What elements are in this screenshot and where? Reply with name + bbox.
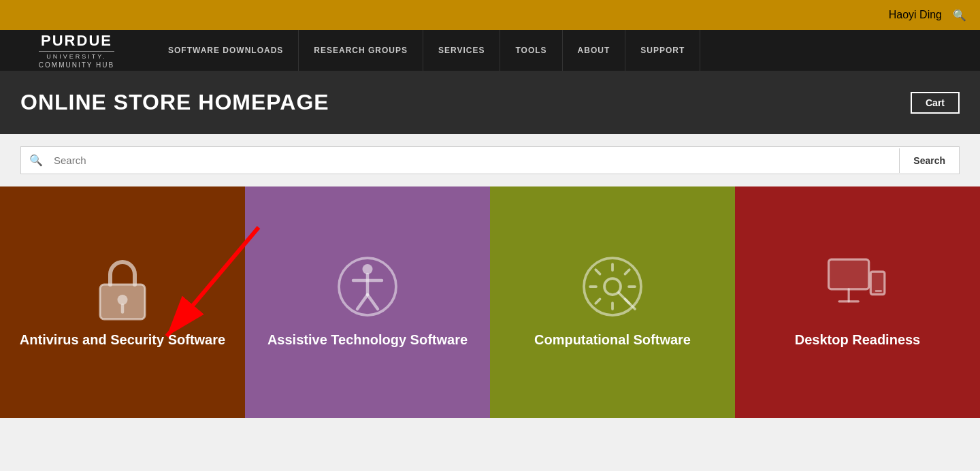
card-desktop[interactable]: Desktop Readiness xyxy=(735,186,980,418)
cart-button[interactable]: Cart xyxy=(911,92,960,114)
desktop-icon xyxy=(827,256,888,317)
card-label-antivirus: Antivirus and Security Software xyxy=(20,331,225,348)
main-nav: SOFTWARE DOWNLOADSRESEARCH GROUPSSERVICE… xyxy=(153,30,980,71)
nav-item-software-downloads[interactable]: SOFTWARE DOWNLOADS xyxy=(153,30,299,71)
page-title-area: ONLINE STORE HOMEPAGE Cart xyxy=(0,71,980,134)
search-icon-top[interactable]: 🔍 xyxy=(953,9,966,22)
card-computational[interactable]: Computational Software xyxy=(490,186,735,418)
nav-item-support[interactable]: SUPPORT xyxy=(625,30,700,71)
card-label-desktop: Desktop Readiness xyxy=(795,331,921,348)
search-area: 🔍 Search xyxy=(0,134,980,186)
logo-university: UNIVERSITY. xyxy=(39,53,114,60)
page-title: ONLINE STORE HOMEPAGE xyxy=(20,90,329,115)
card-assistive[interactable]: Assistive Technology Software xyxy=(245,186,490,418)
logo-hub: COMMUNITY HUB xyxy=(39,61,114,69)
cards-grid: Antivirus and Security Software Assistiv… xyxy=(0,186,980,418)
logo-text: PURDUE UNIVERSITY. COMMUNITY HUB xyxy=(39,32,114,69)
svg-line-7 xyxy=(357,295,368,309)
search-button[interactable]: Search xyxy=(899,148,959,173)
gear-icon xyxy=(582,256,643,317)
logo-purdue: PURDUE xyxy=(39,32,114,52)
logo-area[interactable]: PURDUE UNIVERSITY. COMMUNITY HUB xyxy=(0,30,153,71)
nav-item-services[interactable]: SERVICES xyxy=(423,30,500,71)
search-container: 🔍 Search xyxy=(20,146,960,174)
search-icon: 🔍 xyxy=(21,147,51,174)
card-label-computational: Computational Software xyxy=(534,331,691,348)
search-input[interactable] xyxy=(51,148,899,173)
svg-rect-13 xyxy=(829,259,869,289)
nav-item-research-groups[interactable]: RESEARCH GROUPS xyxy=(299,30,423,71)
top-bar: Haoyi Ding 🔍 xyxy=(0,0,980,30)
card-label-assistive: Assistive Technology Software xyxy=(267,331,468,348)
lock-icon xyxy=(92,256,153,317)
svg-line-8 xyxy=(368,295,378,309)
username: Haoyi Ding xyxy=(889,9,942,21)
header: PURDUE UNIVERSITY. COMMUNITY HUB SOFTWAR… xyxy=(0,30,980,71)
nav-item-about[interactable]: ABOUT xyxy=(563,30,626,71)
card-antivirus[interactable]: Antivirus and Security Software xyxy=(0,186,245,418)
accessibility-icon xyxy=(337,256,398,317)
nav-item-tools[interactable]: TOOLS xyxy=(500,30,562,71)
